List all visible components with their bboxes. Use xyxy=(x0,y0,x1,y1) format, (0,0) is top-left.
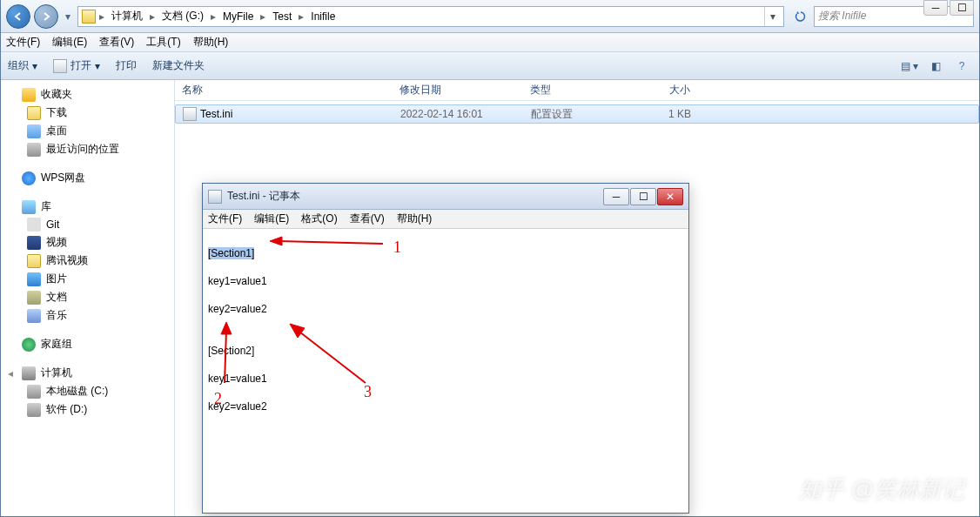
notepad-menu-help[interactable]: 帮助(H) xyxy=(397,212,433,226)
open-label: 打开 xyxy=(70,58,91,73)
annotation-arrow-1 xyxy=(270,235,392,252)
notepad-menu-format[interactable]: 格式(O) xyxy=(301,212,337,226)
file-size: 1 KB xyxy=(628,108,698,120)
refresh-button[interactable] xyxy=(791,7,810,26)
view-options-button[interactable]: ▤ ▾ xyxy=(899,57,920,76)
column-name[interactable]: 名称 xyxy=(175,83,393,97)
computer-icon xyxy=(22,366,36,380)
print-button[interactable]: 打印 xyxy=(116,58,137,73)
ini-file-icon xyxy=(183,107,197,121)
sidebar-item-documents[interactable]: 文档 xyxy=(1,288,174,306)
breadcrumb-computer[interactable]: 计算机 xyxy=(108,7,146,25)
cloud-icon xyxy=(22,171,36,185)
folder-icon xyxy=(82,10,96,24)
git-icon xyxy=(27,218,41,232)
sidebar-computer[interactable]: ◂计算机 xyxy=(1,364,174,382)
column-date[interactable]: 修改日期 xyxy=(393,83,523,97)
newfolder-button[interactable]: 新建文件夹 xyxy=(152,58,205,73)
svg-marker-3 xyxy=(221,322,232,334)
drive-icon xyxy=(27,385,41,399)
text-line: key1=value1 xyxy=(208,372,683,386)
help-button[interactable]: ? xyxy=(951,57,972,76)
menu-file[interactable]: 文件(F) xyxy=(6,35,40,50)
sidebar-item-tencent[interactable]: 腾讯视频 xyxy=(1,252,174,270)
sidebar-item-recent[interactable]: 最近访问的位置 xyxy=(1,140,174,158)
crumb-sep-icon[interactable]: ▸ xyxy=(258,10,267,23)
address-bar[interactable]: ▸ 计算机 ▸ 文档 (G:) ▸ MyFile ▸ Test ▸ Inifil… xyxy=(77,6,784,27)
sidebar-item-music[interactable]: 音乐 xyxy=(1,306,174,325)
annotation-number-2: 2 xyxy=(214,390,222,408)
sidebar-item-label: 腾讯视频 xyxy=(46,253,88,268)
file-date: 2022-02-14 16:01 xyxy=(393,108,524,120)
sidebar-libraries[interactable]: 库 xyxy=(1,198,174,216)
preview-pane-button[interactable]: ◧ xyxy=(925,57,946,76)
sidebar-item-drive-d[interactable]: 软件 (D:) xyxy=(1,400,174,419)
breadcrumb-inifile[interactable]: Inifile xyxy=(307,9,339,24)
column-type[interactable]: 类型 xyxy=(523,83,628,97)
sidebar-item-pictures[interactable]: 图片 xyxy=(1,270,174,288)
sidebar-label: WPS网盘 xyxy=(41,171,85,185)
sidebar-item-label: 软件 (D:) xyxy=(46,402,87,417)
sidebar-item-label: Git xyxy=(46,218,59,231)
file-type: 配置设置 xyxy=(524,107,628,122)
svg-line-4 xyxy=(296,329,366,383)
address-dropdown[interactable]: ▾ xyxy=(764,7,780,26)
notepad-titlebar[interactable]: Test.ini - 记事本 ─ ☐ ✕ xyxy=(203,184,688,210)
annotation-number-3: 3 xyxy=(364,383,372,401)
sidebar-item-label: 本地磁盘 (C:) xyxy=(46,384,108,399)
column-size[interactable]: 大小 xyxy=(628,83,697,97)
sidebar-homegroup[interactable]: 家庭组 xyxy=(1,335,174,353)
notepad-menubar: 文件(F) 编辑(E) 格式(O) 查看(V) 帮助(H) xyxy=(203,210,688,229)
notepad-maximize-button[interactable]: ☐ xyxy=(630,188,656,205)
menu-bar: 文件(F) 编辑(E) 查看(V) 工具(T) 帮助(H) xyxy=(1,33,979,52)
notepad-menu-file[interactable]: 文件(F) xyxy=(208,212,242,226)
notepad-minimize-button[interactable]: ─ xyxy=(603,188,629,205)
notepad-menu-view[interactable]: 查看(V) xyxy=(350,212,385,226)
menu-help[interactable]: 帮助(H) xyxy=(193,35,229,50)
menu-view[interactable]: 查看(V) xyxy=(99,35,134,50)
breadcrumb-myfile[interactable]: MyFile xyxy=(219,9,257,24)
homegroup-icon xyxy=(22,338,36,352)
open-button[interactable]: 打开 ▾ xyxy=(53,58,100,73)
nav-bar: ▾ ▸ 计算机 ▸ 文档 (G:) ▸ MyFile ▸ Test ▸ Inif… xyxy=(1,0,979,33)
breadcrumb-drive[interactable]: 文档 (G:) xyxy=(158,7,207,25)
sidebar-item-downloads[interactable]: 下载 xyxy=(1,104,174,122)
history-dropdown[interactable]: ▾ xyxy=(62,6,74,27)
sidebar-item-label: 图片 xyxy=(46,272,67,286)
notepad-text-area[interactable]: [Section1] key1=value1 key2=value2 [Sect… xyxy=(203,229,688,513)
back-button[interactable] xyxy=(6,4,30,29)
recent-icon xyxy=(27,143,41,157)
breadcrumb-test[interactable]: Test xyxy=(269,9,295,24)
sidebar-item-label: 音乐 xyxy=(46,308,67,323)
sidebar-label: 家庭组 xyxy=(41,337,72,352)
sidebar-item-label: 桌面 xyxy=(46,124,67,138)
sidebar-item-git[interactable]: Git xyxy=(1,216,174,233)
notepad-close-button[interactable]: ✕ xyxy=(657,188,683,205)
documents-icon xyxy=(27,291,41,305)
column-headers: 名称 修改日期 类型 大小 xyxy=(175,80,979,101)
sidebar-item-label: 文档 xyxy=(46,290,67,305)
file-row[interactable]: Test.ini 2022-02-14 16:01 配置设置 1 KB xyxy=(175,104,979,124)
text-line: [Section1] xyxy=(208,247,254,259)
sidebar-wps[interactable]: WPS网盘 xyxy=(1,169,174,187)
crumb-sep-icon[interactable]: ▸ xyxy=(97,10,106,23)
crumb-sep-icon[interactable]: ▸ xyxy=(209,10,218,23)
forward-button[interactable] xyxy=(34,4,58,29)
video-icon xyxy=(27,236,41,250)
menu-edit[interactable]: 编辑(E) xyxy=(52,35,87,50)
sidebar-item-drive-c[interactable]: 本地磁盘 (C:) xyxy=(1,382,174,400)
annotation-arrow-3 xyxy=(287,322,374,392)
sidebar-item-desktop[interactable]: 桌面 xyxy=(1,122,174,140)
sidebar-item-video[interactable]: 视频 xyxy=(1,233,174,252)
music-icon xyxy=(27,309,41,323)
folder-icon xyxy=(27,106,41,120)
window-maximize-button[interactable]: ☐ xyxy=(950,0,974,16)
organize-button[interactable]: 组织 ▾ xyxy=(8,58,37,73)
crumb-sep-icon[interactable]: ▸ xyxy=(297,10,305,23)
svg-marker-1 xyxy=(270,237,282,245)
menu-tools[interactable]: 工具(T) xyxy=(146,35,180,50)
sidebar-favorites[interactable]: 收藏夹 xyxy=(1,85,174,104)
notepad-menu-edit[interactable]: 编辑(E) xyxy=(254,212,289,226)
window-minimize-button[interactable]: ─ xyxy=(923,0,948,16)
crumb-sep-icon[interactable]: ▸ xyxy=(148,10,157,23)
